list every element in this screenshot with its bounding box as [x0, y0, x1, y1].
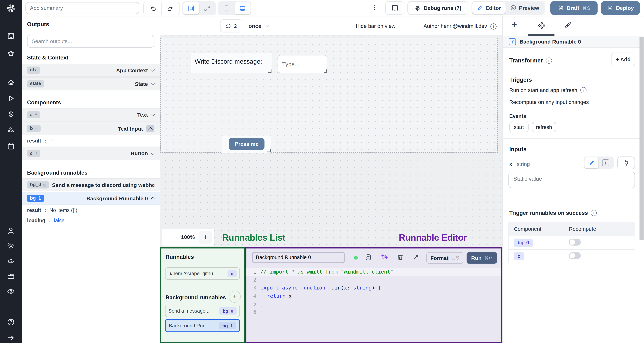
info-icon[interactable]: i: [580, 87, 586, 93]
refresh-mode-dropdown[interactable]: once: [248, 16, 268, 35]
chevron-down-icon[interactable]: [150, 67, 155, 72]
state-context-title: State & Context: [27, 54, 68, 61]
static-value-textarea[interactable]: [508, 172, 635, 188]
recompute-toggle-bg0[interactable]: [569, 239, 581, 246]
center-align-button[interactable]: [183, 2, 199, 14]
preview-tab[interactable]: Preview: [505, 2, 544, 14]
fullwidth-button[interactable]: [199, 2, 215, 14]
search-outputs-input[interactable]: [27, 35, 154, 48]
debug-runs-button[interactable]: Debug runs (7): [408, 1, 468, 15]
output-row-ctx[interactable]: ctx App Context: [22, 64, 160, 77]
bg1-row-selected[interactable]: bg_1 Background Runnable 0: [22, 192, 160, 205]
bg0-row[interactable]: bg_0 ☝ Send a message to discord using w…: [22, 178, 160, 192]
chevron-up-icon[interactable]: [150, 197, 155, 202]
refresh-event-pill[interactable]: refresh: [532, 122, 556, 132]
apps-icon[interactable]: [7, 32, 15, 40]
windmill-app-editor: ⋮ Debug runs (7) Editor Prev: [0, 0, 644, 343]
bg1-badge[interactable]: bg_1: [27, 195, 44, 202]
runnable-item-bg1-selected[interactable]: Background Run... bg_1: [165, 319, 240, 332]
bg1-label: Background Runnable 0: [86, 195, 148, 202]
mobile-view-button[interactable]: [218, 2, 234, 14]
add-background-runnable-button[interactable]: +: [229, 291, 241, 303]
undo-button[interactable]: [144, 2, 161, 15]
type-input[interactable]: [278, 55, 327, 73]
collapse-button[interactable]: [146, 125, 154, 132]
delete-trash-icon[interactable]: [397, 254, 404, 261]
chevron-down-icon[interactable]: [150, 81, 155, 85]
resources-cubes-icon[interactable]: [7, 126, 15, 134]
format-button[interactable]: Format ⌘S: [426, 252, 463, 264]
settings-tab-diamond-icon[interactable]: [538, 21, 547, 30]
folders-icon[interactable]: [7, 272, 15, 280]
info-icon[interactable]: i: [591, 210, 597, 216]
more-menu-kebab-icon[interactable]: ⋮: [371, 4, 378, 12]
chevron-down-icon[interactable]: [150, 112, 155, 116]
resize-handle[interactable]: [268, 149, 271, 152]
resize-handle[interactable]: [268, 70, 272, 73]
right-panel-scrollbar[interactable]: [640, 38, 644, 240]
b-badge[interactable]: b ☝: [27, 125, 40, 132]
variables-dollar-icon[interactable]: [7, 110, 15, 118]
bg0-link-badge[interactable]: bg_0: [514, 239, 533, 247]
input-x-row: x string: [509, 161, 530, 167]
styling-brush-icon[interactable]: [564, 21, 572, 30]
button-component[interactable]: Press me: [222, 136, 271, 153]
run-button[interactable]: Run ⌘↵: [466, 252, 497, 264]
redo-button[interactable]: [162, 2, 180, 15]
eval-mode-function-icon[interactable]: f: [598, 157, 612, 168]
ai-wand-icon[interactable]: [381, 254, 388, 261]
chevron-down-icon[interactable]: [150, 150, 155, 155]
runnable-name-input[interactable]: [252, 252, 345, 263]
draft-button[interactable]: Draft ⌘S: [550, 1, 598, 15]
a-badge[interactable]: a ☝: [27, 111, 40, 118]
runnable-item-c[interactable]: u/henri/scrape_githu... c: [165, 268, 240, 280]
workers-robot-icon[interactable]: [7, 257, 15, 265]
add-transformer-button[interactable]: + Add: [611, 52, 636, 66]
c-link-badge[interactable]: c: [514, 252, 524, 260]
press-me-button[interactable]: Press me: [229, 138, 264, 150]
component-row-a[interactable]: a ☝ Text: [22, 108, 160, 122]
help-icon[interactable]: [7, 318, 15, 326]
app-summary-input[interactable]: [26, 2, 139, 14]
desktop-view-button[interactable]: [234, 2, 250, 14]
deploy-button[interactable]: Deploy: [601, 1, 640, 15]
textinput-component[interactable]: [278, 55, 327, 73]
recompute-toggle-c[interactable]: [569, 252, 581, 259]
c-badge[interactable]: c ☝: [27, 150, 40, 157]
static-mode-pencil-icon[interactable]: [584, 157, 598, 168]
component-row-c[interactable]: c ☝ Button: [22, 147, 160, 160]
favorites-star-icon[interactable]: [7, 50, 15, 58]
resize-handle[interactable]: [324, 70, 327, 73]
editor-tab[interactable]: Editor: [472, 2, 505, 14]
refresh-count-button[interactable]: 2: [220, 19, 242, 32]
collapse-arrow-icon[interactable]: [7, 334, 15, 342]
zoom-in-button[interactable]: +: [199, 230, 212, 244]
output-row-state[interactable]: state State: [22, 77, 160, 90]
start-event-pill[interactable]: start: [509, 122, 528, 132]
result-key: result: [27, 138, 41, 144]
add-tab-plus-icon[interactable]: +: [512, 19, 521, 28]
windmill-logo-icon[interactable]: [5, 2, 17, 14]
author-info-icon[interactable]: i: [490, 24, 496, 30]
zoom-out-button[interactable]: −: [164, 230, 177, 244]
draft-label: Draft: [567, 5, 579, 11]
component-row-b[interactable]: b ☝ Text Input: [22, 122, 160, 135]
user-icon[interactable]: [7, 227, 15, 234]
info-icon[interactable]: i: [546, 57, 552, 63]
expand-editor-icon[interactable]: [412, 254, 419, 261]
schedules-calendar-icon[interactable]: [7, 142, 15, 150]
runs-play-icon[interactable]: [7, 94, 15, 102]
runnables-list-annotation: Runnables List: [222, 232, 285, 243]
settings-gear-icon[interactable]: [7, 242, 15, 250]
cache-database-icon[interactable]: [365, 254, 372, 261]
table-row: c: [509, 249, 634, 263]
audit-eye-icon[interactable]: [7, 288, 15, 295]
component-column: Component: [509, 226, 569, 232]
connect-plug-icon[interactable]: [617, 156, 635, 169]
runnable-item-bg0[interactable]: Send a message... bg_0: [165, 305, 240, 317]
docs-book-button[interactable]: [385, 1, 404, 15]
home-icon[interactable]: [7, 78, 15, 86]
text-component[interactable]: Write Discord message:: [192, 53, 272, 73]
code-editor[interactable]: 1 // import * as wmill from "windmill-cl…: [246, 268, 501, 342]
bg0-badge[interactable]: bg_0 ☝: [27, 181, 49, 188]
